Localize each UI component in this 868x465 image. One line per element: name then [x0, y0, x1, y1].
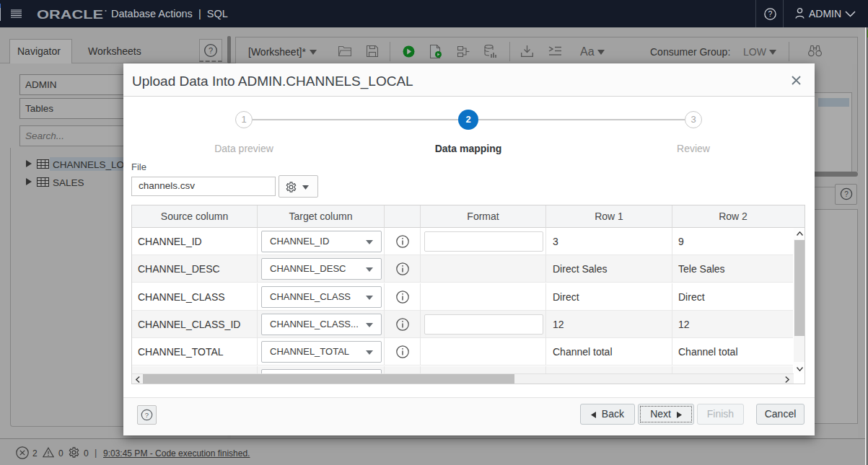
svg-text:?: ?	[768, 9, 773, 18]
svg-text:ORACLE: ORACLE	[37, 8, 103, 21]
svg-text:?: ?	[145, 411, 149, 419]
